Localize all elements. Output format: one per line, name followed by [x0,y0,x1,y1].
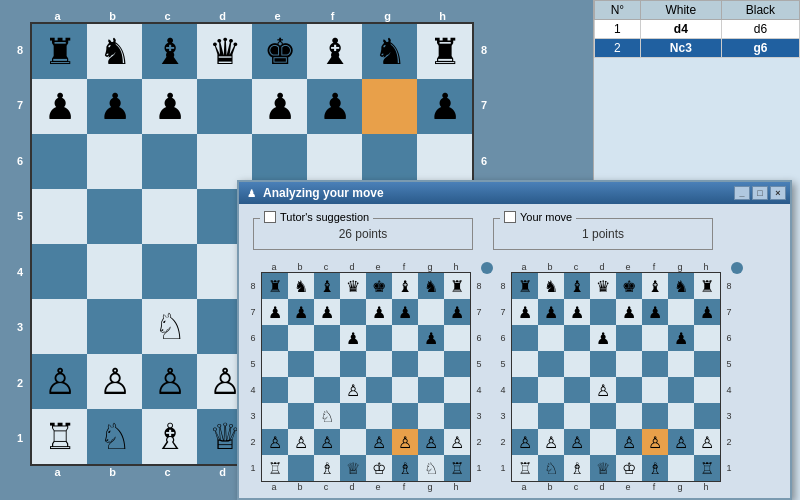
board-cell[interactable] [142,134,197,189]
mini-board-cell[interactable]: ♖ [262,455,288,481]
mini-board-cell[interactable] [538,403,564,429]
mini-board-cell[interactable]: ♕ [590,455,616,481]
mini-board-cell[interactable] [288,351,314,377]
mini-board-cell[interactable]: ♟ [616,299,642,325]
board-cell[interactable]: ♟ [32,79,87,134]
board-cell[interactable] [362,79,417,134]
mini-board-cell[interactable]: ♙ [694,429,720,455]
board-cell[interactable]: ♗ [142,409,197,464]
board-cell[interactable]: ♖ [32,409,87,464]
board-cell[interactable]: ♘ [87,409,142,464]
board-cell[interactable] [87,299,142,354]
mini-board-cell[interactable] [366,325,392,351]
mini-board-cell[interactable]: ♟ [512,299,538,325]
mini-board-cell[interactable]: ♙ [262,429,288,455]
mini-board-cell[interactable]: ♙ [418,429,444,455]
mini-board-cell[interactable] [392,377,418,403]
mini-board-cell[interactable]: ♔ [616,455,642,481]
tutor-checkbox[interactable] [264,211,276,223]
mini-board-cell[interactable] [262,351,288,377]
board-cell[interactable]: ♙ [32,354,87,409]
mini-board-cell[interactable]: ♟ [366,299,392,325]
mini-board-cell[interactable] [418,299,444,325]
mini-board-cell[interactable] [340,403,366,429]
mini-board-cell[interactable]: ♟ [288,299,314,325]
mini-board-cell[interactable]: ♟ [564,299,590,325]
mini-board-cell[interactable]: ♚ [616,273,642,299]
mini-board-cell[interactable]: ♖ [444,455,470,481]
mini-board-cell[interactable] [668,403,694,429]
mini-board-cell[interactable] [314,351,340,377]
mini-board-cell[interactable]: ♗ [564,455,590,481]
mini-board-cell[interactable] [392,325,418,351]
mini-board-cell[interactable]: ♞ [668,273,694,299]
board-cell[interactable] [32,244,87,299]
board-cell[interactable] [32,134,87,189]
mini-board-cell[interactable] [590,429,616,455]
mini-board-cell[interactable] [668,377,694,403]
board-cell[interactable]: ♙ [87,354,142,409]
mini-board-cell[interactable] [512,351,538,377]
mini-board-cell[interactable]: ♜ [694,273,720,299]
mini-board-cell[interactable]: ♟ [538,299,564,325]
mini-board-cell[interactable]: ♙ [314,429,340,455]
mini-board-cell[interactable] [512,377,538,403]
move-history-row[interactable]: 1d4d6 [595,20,800,39]
mini-board-cell[interactable] [668,351,694,377]
mini-board-cell[interactable] [262,325,288,351]
mini-board-cell[interactable]: ♙ [564,429,590,455]
mini-board-cell[interactable] [314,377,340,403]
mini-board-cell[interactable]: ♝ [392,273,418,299]
mini-board-cell[interactable] [262,377,288,403]
mini-board-cell[interactable] [564,325,590,351]
mini-board-cell[interactable] [564,351,590,377]
mini-board-cell[interactable]: ♘ [418,455,444,481]
mini-board-cell[interactable]: ♟ [340,325,366,351]
mini-board-cell[interactable]: ♕ [340,455,366,481]
board-cell[interactable] [87,244,142,299]
mini-board-cell[interactable] [392,351,418,377]
mini-board-cell[interactable]: ♟ [392,299,418,325]
mini-board-cell[interactable]: ♗ [392,455,418,481]
mini-board-cell[interactable] [366,403,392,429]
move-history-row[interactable]: 2Nc3g6 [595,39,800,58]
mini-board-cell[interactable] [642,377,668,403]
mini-board-cell[interactable] [616,351,642,377]
mini-board-cell[interactable]: ♜ [262,273,288,299]
board-cell[interactable] [87,189,142,244]
mini-board-cell[interactable] [444,377,470,403]
mini-board-cell[interactable] [694,403,720,429]
board-cell[interactable]: ♟ [252,79,307,134]
mini-board-cell[interactable] [418,377,444,403]
board-cell[interactable]: ♝ [142,24,197,79]
minimize-button[interactable]: _ [734,186,750,200]
mini-board-cell[interactable] [668,299,694,325]
board-cell[interactable] [142,189,197,244]
mini-board-cell[interactable]: ♙ [538,429,564,455]
board-cell[interactable]: ♝ [307,24,362,79]
mini-board-cell[interactable]: ♙ [512,429,538,455]
mini-board-cell[interactable]: ♟ [418,325,444,351]
mini-board-cell[interactable] [444,325,470,351]
mini-board-cell[interactable] [366,377,392,403]
mini-board-cell[interactable] [340,299,366,325]
mini-board-cell[interactable] [340,429,366,455]
mini-board-cell[interactable]: ♙ [616,429,642,455]
close-button[interactable]: × [770,186,786,200]
board-cell[interactable]: ♟ [87,79,142,134]
mini-board-cell[interactable] [642,351,668,377]
dialog-titlebar[interactable]: ♟ Analyzing your move _ □ × [239,182,790,204]
mini-board-cell[interactable]: ♖ [512,455,538,481]
board-cell[interactable] [197,79,252,134]
mini-board-cell[interactable] [616,377,642,403]
mini-board-cell[interactable] [366,351,392,377]
mini-board-cell[interactable] [642,403,668,429]
mini-board-cell[interactable] [564,403,590,429]
mini-board-cell[interactable]: ♙ [366,429,392,455]
mini-board-cell[interactable] [616,325,642,351]
mini-board-cell[interactable] [538,325,564,351]
mini-board-cell[interactable]: ♝ [314,273,340,299]
board-cell[interactable]: ♚ [252,24,307,79]
mini-board-cell[interactable]: ♙ [668,429,694,455]
mini-board-cell[interactable] [314,325,340,351]
